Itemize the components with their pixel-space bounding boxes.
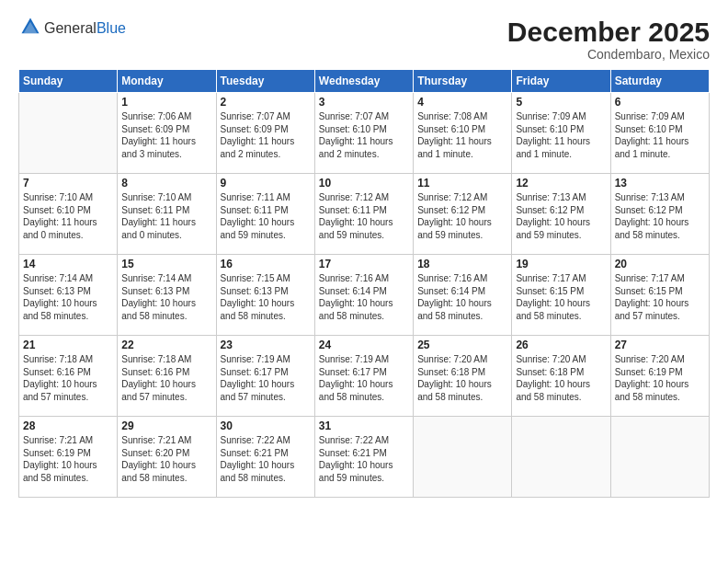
cell-content: Sunrise: 7:20 AM Sunset: 6:19 PM Dayligh… <box>615 353 705 403</box>
cell-content: Sunrise: 7:19 AM Sunset: 6:17 PM Dayligh… <box>319 353 409 403</box>
cell-content: Sunrise: 7:18 AM Sunset: 6:16 PM Dayligh… <box>23 353 113 403</box>
cell-content: Sunrise: 7:09 AM Sunset: 6:10 PM Dayligh… <box>516 110 606 160</box>
title-block: December 2025 Condembaro, Mexico <box>507 17 710 62</box>
calendar: SundayMondayTuesdayWednesdayThursdayFrid… <box>18 69 710 498</box>
calendar-cell <box>512 417 610 498</box>
calendar-cell: 13Sunrise: 7:13 AM Sunset: 6:12 PM Dayli… <box>610 174 709 255</box>
cell-content: Sunrise: 7:21 AM Sunset: 6:20 PM Dayligh… <box>121 434 211 484</box>
calendar-cell: 30Sunrise: 7:22 AM Sunset: 6:21 PM Dayli… <box>216 417 314 498</box>
calendar-day-header: Friday <box>512 70 610 93</box>
header: GeneralBlue December 2025 Condembaro, Me… <box>18 17 710 62</box>
calendar-day-header: Saturday <box>610 70 709 93</box>
logo-icon <box>20 17 40 37</box>
calendar-day-header: Thursday <box>414 70 512 93</box>
cell-content: Sunrise: 7:10 AM Sunset: 6:10 PM Dayligh… <box>23 191 113 241</box>
day-number: 13 <box>615 177 705 190</box>
day-number: 12 <box>516 177 606 190</box>
day-number: 5 <box>516 96 606 109</box>
cell-content: Sunrise: 7:21 AM Sunset: 6:19 PM Dayligh… <box>23 434 113 484</box>
cell-content: Sunrise: 7:22 AM Sunset: 6:21 PM Dayligh… <box>221 434 311 484</box>
cell-content: Sunrise: 7:20 AM Sunset: 6:18 PM Dayligh… <box>516 353 606 403</box>
calendar-cell <box>19 93 118 174</box>
day-number: 15 <box>121 258 211 270</box>
cell-content: Sunrise: 7:12 AM Sunset: 6:12 PM Dayligh… <box>417 191 507 241</box>
calendar-cell: 2Sunrise: 7:07 AM Sunset: 6:09 PM Daylig… <box>216 93 314 174</box>
calendar-week-row: 14Sunrise: 7:14 AM Sunset: 6:13 PM Dayli… <box>19 255 710 336</box>
calendar-week-row: 28Sunrise: 7:21 AM Sunset: 6:19 PM Dayli… <box>19 417 710 498</box>
calendar-cell: 5Sunrise: 7:09 AM Sunset: 6:10 PM Daylig… <box>512 93 610 174</box>
calendar-cell: 9Sunrise: 7:11 AM Sunset: 6:11 PM Daylig… <box>216 174 314 255</box>
day-number: 17 <box>319 258 409 270</box>
location: Condembaro, Mexico <box>507 47 710 62</box>
calendar-cell <box>610 417 709 498</box>
calendar-cell: 16Sunrise: 7:15 AM Sunset: 6:13 PM Dayli… <box>216 255 314 336</box>
day-number: 31 <box>319 419 409 432</box>
day-number: 20 <box>615 258 705 270</box>
calendar-cell: 4Sunrise: 7:08 AM Sunset: 6:10 PM Daylig… <box>414 93 512 174</box>
day-number: 9 <box>221 177 311 190</box>
cell-content: Sunrise: 7:17 AM Sunset: 6:15 PM Dayligh… <box>615 272 705 322</box>
calendar-day-header: Sunday <box>19 70 118 93</box>
day-number: 29 <box>121 419 211 432</box>
cell-content: Sunrise: 7:14 AM Sunset: 6:13 PM Dayligh… <box>23 272 113 322</box>
cell-content: Sunrise: 7:09 AM Sunset: 6:10 PM Dayligh… <box>615 110 705 160</box>
calendar-week-row: 1Sunrise: 7:06 AM Sunset: 6:09 PM Daylig… <box>19 93 710 174</box>
cell-content: Sunrise: 7:07 AM Sunset: 6:09 PM Dayligh… <box>221 110 311 160</box>
day-number: 3 <box>319 96 409 109</box>
day-number: 1 <box>121 96 211 109</box>
calendar-cell: 27Sunrise: 7:20 AM Sunset: 6:19 PM Dayli… <box>610 336 709 417</box>
day-number: 30 <box>221 419 311 432</box>
day-number: 16 <box>221 258 311 270</box>
calendar-cell: 20Sunrise: 7:17 AM Sunset: 6:15 PM Dayli… <box>610 255 709 336</box>
logo-text-general: GeneralBlue <box>44 20 126 37</box>
cell-content: Sunrise: 7:13 AM Sunset: 6:12 PM Dayligh… <box>615 191 705 241</box>
day-number: 24 <box>319 339 409 351</box>
cell-content: Sunrise: 7:10 AM Sunset: 6:11 PM Dayligh… <box>121 191 211 241</box>
calendar-cell: 31Sunrise: 7:22 AM Sunset: 6:21 PM Dayli… <box>314 417 413 498</box>
page: GeneralBlue December 2025 Condembaro, Me… <box>0 0 728 563</box>
cell-content: Sunrise: 7:12 AM Sunset: 6:11 PM Dayligh… <box>319 191 409 241</box>
calendar-header-row: SundayMondayTuesdayWednesdayThursdayFrid… <box>19 70 710 93</box>
calendar-cell: 8Sunrise: 7:10 AM Sunset: 6:11 PM Daylig… <box>118 174 216 255</box>
month-title: December 2025 <box>507 17 710 47</box>
day-number: 11 <box>417 177 507 190</box>
calendar-cell: 1Sunrise: 7:06 AM Sunset: 6:09 PM Daylig… <box>118 93 216 174</box>
calendar-cell: 7Sunrise: 7:10 AM Sunset: 6:10 PM Daylig… <box>19 174 118 255</box>
calendar-cell: 28Sunrise: 7:21 AM Sunset: 6:19 PM Dayli… <box>19 417 118 498</box>
calendar-cell: 10Sunrise: 7:12 AM Sunset: 6:11 PM Dayli… <box>314 174 413 255</box>
day-number: 26 <box>516 339 606 351</box>
cell-content: Sunrise: 7:13 AM Sunset: 6:12 PM Dayligh… <box>516 191 606 241</box>
day-number: 14 <box>23 258 113 270</box>
cell-content: Sunrise: 7:16 AM Sunset: 6:14 PM Dayligh… <box>319 272 409 322</box>
day-number: 28 <box>23 419 113 432</box>
calendar-day-header: Wednesday <box>314 70 413 93</box>
calendar-cell: 21Sunrise: 7:18 AM Sunset: 6:16 PM Dayli… <box>19 336 118 417</box>
cell-content: Sunrise: 7:19 AM Sunset: 6:17 PM Dayligh… <box>221 353 311 403</box>
calendar-week-row: 7Sunrise: 7:10 AM Sunset: 6:10 PM Daylig… <box>19 174 710 255</box>
cell-content: Sunrise: 7:11 AM Sunset: 6:11 PM Dayligh… <box>221 191 311 241</box>
calendar-cell: 25Sunrise: 7:20 AM Sunset: 6:18 PM Dayli… <box>414 336 512 417</box>
day-number: 22 <box>121 339 211 351</box>
calendar-cell: 17Sunrise: 7:16 AM Sunset: 6:14 PM Dayli… <box>314 255 413 336</box>
cell-content: Sunrise: 7:17 AM Sunset: 6:15 PM Dayligh… <box>516 272 606 322</box>
calendar-day-header: Monday <box>118 70 216 93</box>
cell-content: Sunrise: 7:06 AM Sunset: 6:09 PM Dayligh… <box>121 110 211 160</box>
day-number: 6 <box>615 96 705 109</box>
calendar-cell: 19Sunrise: 7:17 AM Sunset: 6:15 PM Dayli… <box>512 255 610 336</box>
day-number: 10 <box>319 177 409 190</box>
day-number: 27 <box>615 339 705 351</box>
calendar-cell: 22Sunrise: 7:18 AM Sunset: 6:16 PM Dayli… <box>118 336 216 417</box>
calendar-cell: 26Sunrise: 7:20 AM Sunset: 6:18 PM Dayli… <box>512 336 610 417</box>
calendar-day-header: Tuesday <box>216 70 314 93</box>
day-number: 8 <box>121 177 211 190</box>
calendar-cell: 29Sunrise: 7:21 AM Sunset: 6:20 PM Dayli… <box>118 417 216 498</box>
day-number: 19 <box>516 258 606 270</box>
cell-content: Sunrise: 7:22 AM Sunset: 6:21 PM Dayligh… <box>319 434 409 484</box>
cell-content: Sunrise: 7:16 AM Sunset: 6:14 PM Dayligh… <box>417 272 507 322</box>
calendar-week-row: 21Sunrise: 7:18 AM Sunset: 6:16 PM Dayli… <box>19 336 710 417</box>
cell-content: Sunrise: 7:18 AM Sunset: 6:16 PM Dayligh… <box>121 353 211 403</box>
calendar-cell: 3Sunrise: 7:07 AM Sunset: 6:10 PM Daylig… <box>314 93 413 174</box>
day-number: 4 <box>417 96 507 109</box>
cell-content: Sunrise: 7:15 AM Sunset: 6:13 PM Dayligh… <box>221 272 311 322</box>
calendar-cell: 18Sunrise: 7:16 AM Sunset: 6:14 PM Dayli… <box>414 255 512 336</box>
